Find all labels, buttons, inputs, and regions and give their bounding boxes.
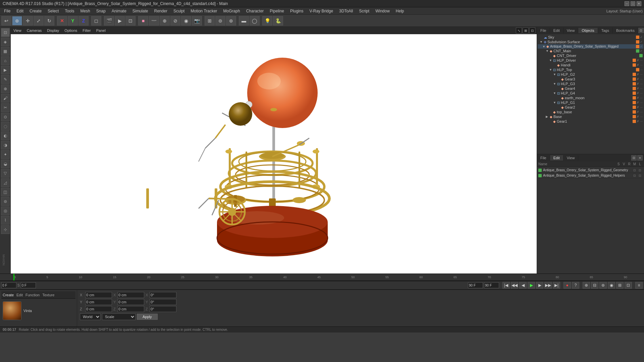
python-btn[interactable]: 🐍 <box>273 16 283 25</box>
z-pos-input[interactable] <box>85 306 112 312</box>
step-fwd-btn[interactable]: ▶▶ <box>544 282 552 289</box>
menu-character[interactable]: Character <box>244 8 267 14</box>
tree-item-cnt-main[interactable]: ▼ ◆ CNT_Main ✓ <box>538 49 643 53</box>
playhead[interactable] <box>13 274 14 281</box>
vp-filter-menu[interactable]: Filter <box>81 28 92 33</box>
menu-create[interactable]: Create <box>27 8 44 14</box>
tool-flatten-icon[interactable]: ▽ <box>1 169 10 178</box>
menu-mograph[interactable]: MoGraph <box>221 8 243 14</box>
tab-file[interactable]: File <box>537 28 550 33</box>
step-back-btn[interactable]: ◀◀ <box>511 282 518 289</box>
mat-tab-function[interactable]: Function <box>25 293 40 297</box>
frame-start-field[interactable] <box>1 282 16 288</box>
menu-vray[interactable]: V-Ray Bridge <box>307 8 336 14</box>
tree-item-hlp-top[interactable]: ▼ ⊡ HLP_Top ··· <box>538 67 643 72</box>
y-scale-input[interactable] <box>150 299 176 305</box>
tool-draw-icon[interactable]: ✎ <box>1 75 10 84</box>
record-btn[interactable]: ● <box>564 282 571 289</box>
tree-item-hlp-g1[interactable]: ▼ ⊡ HLP_G1 ✗ ··· <box>538 100 643 105</box>
key-add-btn[interactable]: ⊕ <box>583 282 590 289</box>
apply-button[interactable]: Apply <box>137 314 158 320</box>
y-pos-input[interactable] <box>85 299 112 305</box>
vp-display-menu[interactable]: Display <box>46 28 60 33</box>
menu-file[interactable]: File <box>1 8 13 14</box>
play-forward-btn[interactable]: ▶ <box>536 282 543 289</box>
menu-select[interactable]: Select <box>45 8 61 14</box>
tool-brush-icon[interactable]: 🖌 <box>1 94 10 103</box>
tool-weld-icon[interactable]: ✦ <box>1 150 10 159</box>
vp-view-menu[interactable]: View <box>12 28 23 33</box>
render-active-btn[interactable]: ▶ <box>115 16 125 25</box>
menu-animate[interactable]: Animate <box>109 8 129 14</box>
cloner-btn[interactable]: ⊜ <box>215 16 225 25</box>
tree-item-hlp-g4[interactable]: ▼ ⊡ HLP_G4 ✗ ··· <box>538 91 643 96</box>
render-region-btn[interactable]: ⊡ <box>125 16 136 25</box>
tree-item-base[interactable]: ▶ ◆ Base ✗ ··· <box>538 114 643 119</box>
key-snap-btn[interactable]: ◉ <box>608 282 615 289</box>
tool-inflate-icon[interactable]: ◐ <box>1 131 10 140</box>
rotate-btn[interactable]: ↻ <box>44 16 54 25</box>
rp-icon-2[interactable]: ≡ <box>637 155 643 161</box>
tree-item-top-base[interactable]: ◆ top_base ✗ ··· <box>538 110 643 114</box>
scale-mode-dropdown[interactable]: Scale Uniform Scale <box>102 313 136 320</box>
menu-motion-tracker[interactable]: Motion Tracker <box>188 8 220 14</box>
tree-item-gear2[interactable]: ◆ Gear2 ✗ ··· <box>538 105 643 110</box>
key-motion2-btn[interactable]: ⊡ <box>625 282 632 289</box>
menu-tools[interactable]: Tools <box>62 8 77 14</box>
tree-item-gear4[interactable]: ◆ Gear4 ✗ ··· <box>538 86 643 91</box>
tool-anim-icon[interactable]: ▶ <box>1 66 10 74</box>
menu-simulate[interactable]: Simulate <box>130 8 151 14</box>
tree-item-earth-moon[interactable]: ◆ earth_moon ✗ ··· <box>538 96 643 100</box>
x-scale-input[interactable] <box>150 292 176 298</box>
vp-panel-menu[interactable]: Panel <box>95 28 107 33</box>
layer-btn[interactable]: ≡ <box>635 282 643 289</box>
deformer-btn[interactable]: ⊘ <box>170 16 180 25</box>
rp-tab-edit[interactable]: Edit <box>550 155 564 161</box>
play-back-btn[interactable]: ◀ <box>519 282 527 289</box>
tree-item-hlp-driver[interactable]: ▼ ⊡ HLP_Driver ✗ ··· <box>538 58 643 63</box>
minimize-btn[interactable]: ─ <box>625 1 629 6</box>
vp-maximize-btn[interactable]: ⊡ <box>529 27 535 34</box>
material-item[interactable]: Vinta <box>1 299 75 323</box>
move-btn[interactable]: ✛ <box>23 16 33 25</box>
vp-grid-btn[interactable]: ⊞ <box>523 27 529 34</box>
tool-extra-icon[interactable]: ⊹ <box>1 225 10 234</box>
spline-btn[interactable]: 〰 <box>149 16 159 25</box>
menu-edit[interactable]: Edit <box>14 8 26 14</box>
tool-mask-icon[interactable]: ◫ <box>1 188 10 196</box>
menu-snap[interactable]: Snap <box>94 8 108 14</box>
tree-item-subdivision[interactable]: ▼ ⊕ Subdivision Surface ✓ <box>538 40 643 44</box>
maximize-btn[interactable]: □ <box>631 1 635 6</box>
scale-btn[interactable]: ⤢ <box>34 16 44 25</box>
tool-mode-icon[interactable]: ⊡ <box>1 28 10 37</box>
frame-end-field[interactable] <box>468 282 483 288</box>
tool-ironing-icon[interactable]: ◒ <box>1 160 10 168</box>
rp-row-helpers[interactable]: Antique_Brass_Orrery_Solar_System_Rigged… <box>538 173 643 178</box>
go-start-btn[interactable]: |◀ <box>502 282 510 289</box>
frame-fps-field[interactable] <box>484 282 499 288</box>
mat-tab-edit[interactable]: Edit <box>16 293 23 297</box>
array-btn[interactable]: ⊞ <box>205 16 215 25</box>
undo-btn[interactable]: ↩ <box>1 16 11 25</box>
tree-item-gear3[interactable]: ◆ Gear3 ✗ ··· <box>538 77 643 81</box>
rp-icon-1[interactable]: ⊡ <box>631 155 637 161</box>
menu-mesh[interactable]: Mesh <box>77 8 93 14</box>
panel-icon-1[interactable]: ⊡ <box>638 28 644 33</box>
z-rot-input[interactable] <box>117 306 144 312</box>
mat-tab-create[interactable]: Create <box>3 293 14 297</box>
menu-sculpt[interactable]: Sculpt <box>171 8 187 14</box>
close-btn[interactable]: ✕ <box>637 1 641 6</box>
z-axis-btn[interactable]: Z <box>78 16 89 25</box>
tab-edit[interactable]: Edit <box>550 28 564 33</box>
tree-item-hlp-g2[interactable]: ▼ ⊡ HLP_G2 ✗ ··· <box>538 72 643 77</box>
tool-material-icon[interactable]: ◈ <box>1 38 10 46</box>
menu-script[interactable]: Script <box>356 8 372 14</box>
tree-item-orrery[interactable]: ▼ ◆ Antique_Brass_Orrery_Solar_System_Ri… <box>538 44 643 49</box>
z-scale-input[interactable] <box>150 306 176 312</box>
key-auto-btn[interactable]: ⊛ <box>599 282 607 289</box>
mat-tab-texture[interactable]: Texture <box>42 293 54 297</box>
nurbs-btn[interactable]: ⊕ <box>160 16 170 25</box>
tool-stamp-icon[interactable]: ◎ <box>1 206 10 215</box>
key-all-btn[interactable]: ⊞ <box>616 282 624 289</box>
tool-select-icon[interactable]: ⊕ <box>1 84 10 93</box>
